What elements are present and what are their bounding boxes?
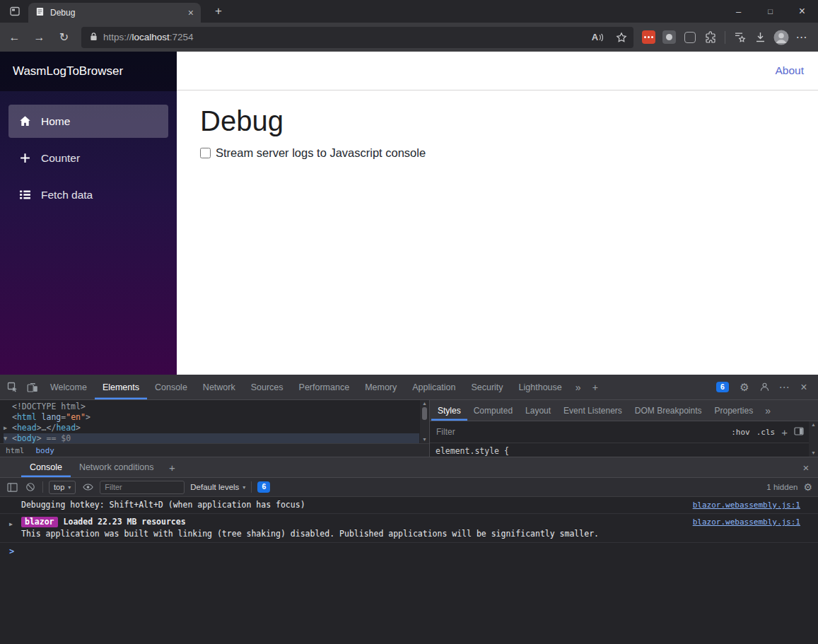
- devtools-tab-welcome[interactable]: Welcome: [42, 375, 95, 399]
- breadcrumb-body[interactable]: body: [30, 446, 61, 455]
- javascript-context-select[interactable]: top ▾: [49, 481, 76, 494]
- favorites-star-icon[interactable]: [612, 28, 631, 47]
- drawer-tab-console[interactable]: Console: [21, 457, 71, 477]
- console-sidebar-icon[interactable]: [6, 481, 18, 493]
- extension-gray-icon[interactable]: [660, 28, 679, 47]
- devtools-tab-elements[interactable]: Elements: [95, 375, 147, 399]
- address-bar[interactable]: https://localhost:7254 A: [81, 27, 633, 48]
- devtools-tab-memory[interactable]: Memory: [357, 375, 404, 399]
- styles-scrollbar[interactable]: ▲ ▼: [809, 421, 818, 457]
- styles-tab-event-listeners[interactable]: Event Listeners: [557, 400, 629, 421]
- devtools-settings-icon[interactable]: ⚙: [735, 381, 754, 394]
- window-close-button[interactable]: ×: [786, 0, 818, 23]
- browser-tab[interactable]: Debug ×: [28, 3, 201, 23]
- scrollbar-thumb[interactable]: [422, 407, 427, 420]
- read-aloud-icon[interactable]: A: [588, 28, 607, 47]
- styles-filter-input[interactable]: [436, 427, 725, 437]
- sidebar-item-fetch-data[interactable]: Fetch data: [8, 178, 168, 211]
- reload-button[interactable]: ↻: [52, 25, 76, 49]
- drawer-close-icon[interactable]: ×: [794, 457, 818, 477]
- sidebar-item-home[interactable]: Home: [8, 105, 168, 138]
- computed-panel-icon[interactable]: [794, 427, 804, 438]
- dom-node[interactable]: <!DOCTYPE html>: [4, 402, 419, 412]
- drawer-add-tab-icon[interactable]: +: [162, 457, 182, 477]
- favorites-hub-icon[interactable]: [730, 28, 749, 47]
- toggle-element-classes-button[interactable]: .cls: [756, 428, 776, 437]
- drawer-tabbar: ConsoleNetwork conditions + ×: [0, 457, 818, 478]
- console-source-link[interactable]: blazor.webassembly.js:1: [693, 517, 800, 527]
- devtools-close-icon[interactable]: ×: [794, 381, 814, 394]
- extensions-puzzle-icon[interactable]: [701, 28, 720, 47]
- scroll-up-icon[interactable]: ▲: [422, 400, 427, 407]
- console-toolbar: top ▾ Default levels ▾ 6 1 hidden ⚙: [0, 478, 818, 497]
- split-screen-icon[interactable]: [680, 28, 699, 47]
- console-filter-input[interactable]: [100, 481, 185, 494]
- url-text[interactable]: https://localhost:7254: [103, 32, 194, 42]
- browser-menu-icon[interactable]: ⋯: [792, 28, 811, 47]
- devtools-toolbar: WelcomeElementsConsoleNetworkSourcesPerf…: [0, 375, 818, 400]
- dom-node[interactable]: ▶<head>…</head>: [4, 423, 419, 433]
- breadcrumb-html[interactable]: html: [0, 446, 30, 455]
- maximize-button[interactable]: □: [754, 0, 786, 23]
- dom-node[interactable]: <html lang="en">: [4, 412, 419, 423]
- styles-tab-properties[interactable]: Properties: [708, 400, 760, 421]
- about-link[interactable]: About: [775, 64, 804, 77]
- forward-button[interactable]: →: [28, 25, 51, 49]
- hidden-messages-label[interactable]: 1 hidden: [766, 483, 797, 491]
- disclosure-arrow-icon[interactable]: ▼: [4, 433, 12, 443]
- live-expression-eye-icon[interactable]: [81, 481, 94, 493]
- inspect-element-icon[interactable]: [3, 375, 23, 399]
- styles-more-tabs-icon[interactable]: »: [759, 400, 776, 421]
- device-toolbar-icon[interactable]: [23, 375, 42, 399]
- new-style-rule-icon[interactable]: +: [781, 426, 788, 438]
- new-tab-button[interactable]: +: [209, 4, 228, 18]
- console-source-link[interactable]: blazor.webassembly.js:1: [693, 500, 800, 510]
- console-messages: Debugging hotkey: Shift+Alt+D (when appl…: [0, 497, 818, 644]
- console-prompt[interactable]: >: [9, 546, 14, 556]
- styles-panel: StylesComputedLayoutEvent ListenersDOM B…: [430, 400, 818, 457]
- tab-actions-icon[interactable]: [6, 2, 24, 21]
- style-rule-preview[interactable]: element.style {: [430, 443, 818, 457]
- log-levels-select[interactable]: Default levels ▾: [190, 483, 245, 491]
- devtools-more-menu-icon[interactable]: ⋯: [774, 381, 794, 394]
- dom-node[interactable]: ▼<body> == $0: [4, 433, 419, 443]
- add-tab-icon[interactable]: +: [587, 375, 604, 399]
- styles-tab-computed[interactable]: Computed: [467, 400, 519, 421]
- downloads-icon[interactable]: [751, 28, 770, 47]
- scroll-down-icon[interactable]: ▼: [811, 450, 816, 457]
- stream-logs-checkbox[interactable]: [200, 148, 211, 158]
- tab-close-icon[interactable]: ×: [188, 8, 194, 18]
- styles-tab-styles[interactable]: Styles: [431, 400, 467, 421]
- console-settings-icon[interactable]: ⚙: [803, 481, 812, 493]
- styles-tab-layout[interactable]: Layout: [519, 400, 557, 421]
- devtools-tab-network[interactable]: Network: [195, 375, 243, 399]
- expand-arrow-icon[interactable]: ▶: [9, 519, 13, 529]
- devtools-tab-console[interactable]: Console: [147, 375, 195, 399]
- scroll-down-icon[interactable]: ▼: [422, 436, 427, 443]
- log-source-badge: blazor: [21, 517, 58, 527]
- devtools-tab-lighthouse[interactable]: Lighthouse: [511, 375, 570, 399]
- feedback-icon[interactable]: [754, 382, 774, 392]
- devtools-tab-security[interactable]: Security: [463, 375, 510, 399]
- minimize-button[interactable]: –: [723, 0, 754, 23]
- back-button[interactable]: ←: [3, 25, 26, 49]
- issues-counter[interactable]: 6: [711, 382, 735, 393]
- devtools-tab-performance[interactable]: Performance: [291, 375, 358, 399]
- scroll-up-icon[interactable]: ▲: [811, 421, 816, 428]
- sidebar-item-label: Fetch data: [41, 189, 93, 201]
- console-prompt-row[interactable]: >: [0, 543, 818, 557]
- devtools-tab-application[interactable]: Application: [404, 375, 463, 399]
- profile-avatar[interactable]: [771, 28, 790, 47]
- sidebar-item-counter[interactable]: Counter: [8, 141, 168, 175]
- stream-logs-checkbox-row: Stream server logs to Javascript console: [200, 146, 818, 160]
- toggle-pseudo-state-button[interactable]: :hov: [731, 428, 750, 437]
- devtools-tab-sources[interactable]: Sources: [243, 375, 291, 399]
- styles-tab-dom-breakpoints[interactable]: DOM Breakpoints: [629, 400, 708, 421]
- elements-scrollbar[interactable]: ▲ ▼: [420, 400, 429, 443]
- console-issues-bubble[interactable]: 6: [257, 481, 270, 493]
- disclosure-arrow-icon[interactable]: ▶: [4, 423, 12, 433]
- more-tabs-icon[interactable]: »: [570, 375, 587, 399]
- extension-red-icon[interactable]: [639, 28, 658, 47]
- drawer-tab-network-conditions[interactable]: Network conditions: [71, 457, 163, 477]
- clear-console-icon[interactable]: [24, 481, 37, 493]
